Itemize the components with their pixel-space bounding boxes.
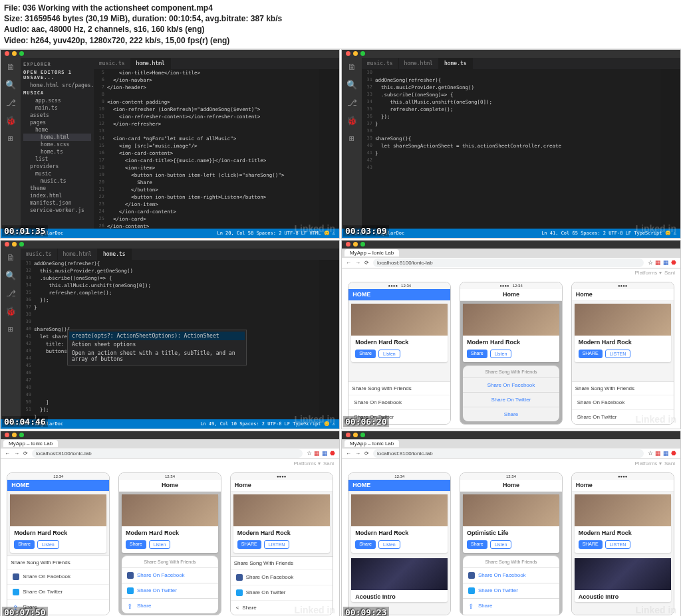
tab-home-ts[interactable]: home.ts [439,58,473,69]
sheet-share[interactable]: Share [463,407,559,421]
activity-bar[interactable]: 🗎 🔍 ⎇ 🐞 ⊞ [1,249,21,419]
phone-android[interactable]: 12:34 HOME Modern Hard Rock ShareListen … [348,472,451,615]
share-button[interactable]: Share [14,540,35,549]
extensions-icon[interactable]: ⊞ [8,324,13,334]
forward-icon[interactable]: → [355,451,360,457]
action-sheet-ios[interactable]: Share Song With Friends Share On Faceboo… [463,365,559,421]
share-button[interactable]: Share [355,350,376,358]
listen-button[interactable]: Listen [37,540,59,549]
browser-tabs[interactable]: MyApp – Ionic Lab [342,249,680,258]
tree-item[interactable]: music.ts [23,177,91,185]
browser-tabs[interactable]: MyApp – Ionic Lab [342,439,680,449]
listen-button[interactable]: Listen [490,350,512,358]
sheet-twitter[interactable]: Share On Twitter [463,392,559,407]
platforms-dropdown[interactable]: Platforms ▾ [635,270,662,276]
tree-folder[interactable]: home [23,126,91,134]
sheet-twitter[interactable]: Share On Twitter [231,585,333,600]
sheet-facebook[interactable]: Share On Facebook [463,377,559,392]
search-icon[interactable]: 🔍 [346,80,357,90]
tab-home-ts[interactable]: home.ts [98,249,132,260]
git-icon[interactable]: ⎇ [6,98,16,108]
files-icon[interactable]: 🗎 [7,62,15,72]
share-button[interactable]: SHARE [237,540,261,549]
phone-ios[interactable]: 12:34 Home Modern Hard Rock ShareListen … [118,472,221,615]
tab-music-ts[interactable]: music.ts [94,58,131,69]
browser-tab[interactable]: MyApp – Ionic Lab [344,249,399,257]
git-icon[interactable]: ⎇ [6,288,16,298]
reload-icon[interactable]: ⟳ [364,260,369,266]
phone-windows[interactable]: ●●●● Home Modern Hard Rock SHARELISTEN S… [230,472,333,615]
sheet-facebook[interactable]: Share On Facebook [231,569,333,585]
reload-icon[interactable]: ⟳ [364,451,369,457]
action-sheet-ios[interactable]: Share Song With Friends Share On Faceboo… [122,556,218,613]
status-bar[interactable]: ⎇ 0 ⊘ 0 AngularDoc Ln 20, Col 58 Spaces:… [1,229,339,238]
extension-icons[interactable]: ☆▦▦⬣ [648,259,676,266]
debug-icon[interactable]: 🐞 [5,116,16,126]
activity-bar[interactable]: 🗎 🔍 ⎇ 🐞 ⊞ [1,58,21,229]
phone-android[interactable]: 12:34 HOME Modern Hard Rock ShareListen … [7,472,110,615]
share-button[interactable]: Share [467,540,487,549]
sheet-facebook[interactable]: Share On Facebook [122,567,218,583]
minimap[interactable] [319,69,339,229]
action-sheet[interactable]: Share Song With Friends Share On Faceboo… [7,556,109,615]
code-content-2[interactable]: addOneSong(refresher){ this.musicProvide… [375,69,660,229]
editor-pane[interactable]: music.ts home.html home.ts 3031323334353… [362,58,680,229]
explorer-sidebar[interactable]: EXPLORER OPEN EDITORS 1 UNSAVE... home.h… [21,58,94,229]
tree-folder[interactable]: theme [23,185,91,192]
activity-bar[interactable]: 🗎 🔍 ⎇ 🐞 ⊞ [342,58,362,229]
share-button[interactable]: Share [126,540,146,549]
status-bar[interactable]: ⎇ 0 ⊘ 0 AngularDoc Ln 41, Col 65 Spaces:… [342,229,680,238]
tab-music-ts[interactable]: music.ts [21,249,58,260]
address-bar[interactable]: ←→⟳ localhost:8100/ionic-lab ☆▦▦⬣ [1,449,339,459]
sheet-facebook[interactable]: Share On Facebook [463,567,559,583]
share-button[interactable]: SHARE [579,540,603,549]
intellisense-signature[interactable]: create(opts?: ActionSheetOptions): Actio… [69,332,245,340]
editor-pane[interactable]: music.ts home.html home.ts 3132333435363… [21,249,339,419]
search-icon[interactable]: 🔍 [5,80,16,90]
platforms-dropdown[interactable]: Platforms ▾ [294,461,321,466]
open-editors-header[interactable]: OPEN EDITORS 1 UNSAVE... [23,68,91,82]
editor-tabs[interactable]: music.ts home.html [94,58,339,69]
tree-item[interactable]: index.html [23,192,91,199]
phone-android[interactable]: ●●●● 12:34 HOME Modern Hard Rock ShareLi… [348,282,451,425]
browser-tab[interactable]: MyApp – Ionic Lab [3,440,58,447]
back-icon[interactable]: ← [5,451,10,457]
sheet-facebook[interactable]: Share On Facebook [348,395,450,409]
account-label[interactable]: Sani [323,461,334,466]
back-icon[interactable]: ← [346,451,351,457]
phone-windows[interactable]: ●●●● Home Modern Hard Rock SHARELISTEN S… [571,282,674,425]
tree-folder[interactable]: list [23,155,91,163]
tree-item[interactable]: manifest.json [23,199,91,207]
back-icon[interactable]: ← [346,260,351,266]
tree-item[interactable]: home.scss [23,141,91,148]
sheet-facebook[interactable]: Share On Facebook [7,569,109,584]
sheet-facebook[interactable]: Share On Facebook [572,395,674,409]
listen-button[interactable]: LISTEN [605,540,631,549]
tab-music-ts[interactable]: music.ts [362,58,399,69]
search-icon[interactable]: 🔍 [5,270,16,280]
tree-item-active[interactable]: home.html [23,134,91,141]
music-card[interactable]: Modern Hard Rock ShareListen [463,304,559,362]
files-icon[interactable]: 🗎 [7,253,15,262]
tree-item[interactable]: app.scss [23,97,91,104]
sheet-twitter[interactable]: Share On Twitter [7,584,109,599]
tab-home-html[interactable]: home.html [399,58,439,69]
sheet-share[interactable]: Share [122,598,218,613]
tree-item[interactable]: main.ts [23,104,91,112]
url-field[interactable]: localhost:8100/ionic-lab [32,449,303,458]
listen-button[interactable]: Listen [490,540,512,549]
files-icon[interactable]: 🗎 [348,62,356,72]
tree-folder[interactable]: pages [23,119,91,126]
reload-icon[interactable]: ⟳ [23,451,28,457]
listen-button[interactable]: LISTEN [264,540,290,549]
tree-folder[interactable]: assets [23,112,91,119]
status-bar[interactable]: ⎇ 0 ⊘ 0 AngularDoc Ln 49, Col 10 Spaces:… [1,419,339,429]
debug-icon[interactable]: 🐞 [5,306,16,316]
phone-windows[interactable]: ●●●● Home Modern Hard Rock SHARELISTEN A… [571,472,674,615]
share-button[interactable]: Share [355,540,376,549]
address-bar[interactable]: ←→⟳ localhost:8100/ionic-lab ☆▦▦⬣ [342,449,680,459]
minimap[interactable] [319,260,339,419]
listen-button[interactable]: LISTEN [605,350,631,358]
platforms-dropdown[interactable]: Platforms ▾ [635,461,662,466]
sheet-twitter[interactable]: Share On Twitter [463,583,559,598]
